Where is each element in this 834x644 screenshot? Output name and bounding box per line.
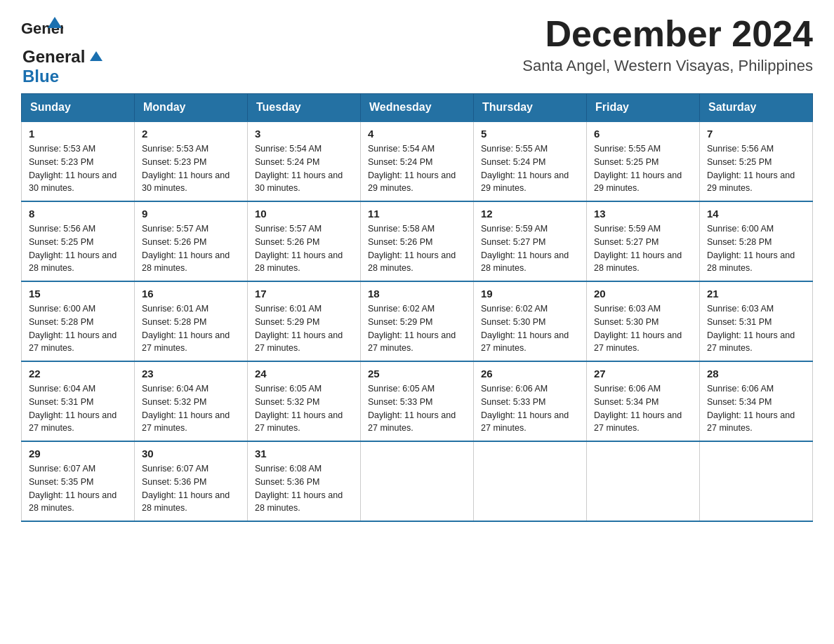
table-row <box>474 441 587 521</box>
calendar-week-5: 29Sunrise: 6:07 AMSunset: 5:35 PMDayligh… <box>22 441 813 521</box>
table-row: 12Sunrise: 5:59 AMSunset: 5:27 PMDayligh… <box>474 201 587 281</box>
table-row: 18Sunrise: 6:02 AMSunset: 5:29 PMDayligh… <box>361 281 474 361</box>
day-info: Sunrise: 5:53 AMSunset: 5:23 PMDaylight:… <box>29 142 127 195</box>
day-number: 19 <box>481 288 579 300</box>
header-thursday: Thursday <box>474 94 587 122</box>
table-row: 17Sunrise: 6:01 AMSunset: 5:29 PMDayligh… <box>248 281 361 361</box>
table-row: 27Sunrise: 6:06 AMSunset: 5:34 PMDayligh… <box>587 361 700 441</box>
calendar-week-1: 1Sunrise: 5:53 AMSunset: 5:23 PMDaylight… <box>22 121 813 201</box>
table-row: 11Sunrise: 5:58 AMSunset: 5:26 PMDayligh… <box>361 201 474 281</box>
table-row: 1Sunrise: 5:53 AMSunset: 5:23 PMDaylight… <box>22 121 135 201</box>
header-tuesday: Tuesday <box>248 94 361 122</box>
day-number: 1 <box>29 128 127 140</box>
day-info: Sunrise: 5:57 AMSunset: 5:26 PMDaylight:… <box>142 222 240 275</box>
day-number: 17 <box>255 288 353 300</box>
day-number: 9 <box>142 208 240 220</box>
day-number: 4 <box>368 128 466 140</box>
table-row: 2Sunrise: 5:53 AMSunset: 5:23 PMDaylight… <box>135 121 248 201</box>
day-number: 22 <box>29 368 127 380</box>
day-info: Sunrise: 5:53 AMSunset: 5:23 PMDaylight:… <box>142 142 240 195</box>
day-number: 3 <box>255 128 353 140</box>
table-row: 9Sunrise: 5:57 AMSunset: 5:26 PMDaylight… <box>135 201 248 281</box>
day-info: Sunrise: 6:07 AMSunset: 5:35 PMDaylight:… <box>29 462 127 515</box>
table-row <box>587 441 700 521</box>
day-number: 20 <box>594 288 692 300</box>
table-row: 23Sunrise: 6:04 AMSunset: 5:32 PMDayligh… <box>135 361 248 441</box>
table-row: 24Sunrise: 6:05 AMSunset: 5:32 PMDayligh… <box>248 361 361 441</box>
header-monday: Monday <box>135 94 248 122</box>
logo: General General Blue <box>21 14 102 86</box>
day-info: Sunrise: 6:03 AMSunset: 5:31 PMDaylight:… <box>707 302 805 355</box>
header-wednesday: Wednesday <box>361 94 474 122</box>
day-info: Sunrise: 5:54 AMSunset: 5:24 PMDaylight:… <box>255 142 353 195</box>
calendar-week-4: 22Sunrise: 6:04 AMSunset: 5:31 PMDayligh… <box>22 361 813 441</box>
header-friday: Friday <box>587 94 700 122</box>
day-info: Sunrise: 6:02 AMSunset: 5:30 PMDaylight:… <box>481 302 579 355</box>
table-row: 28Sunrise: 6:06 AMSunset: 5:34 PMDayligh… <box>700 361 813 441</box>
day-number: 11 <box>368 208 466 220</box>
day-number: 10 <box>255 208 353 220</box>
calendar-week-2: 8Sunrise: 5:56 AMSunset: 5:25 PMDaylight… <box>22 201 813 281</box>
table-row: 13Sunrise: 5:59 AMSunset: 5:27 PMDayligh… <box>587 201 700 281</box>
table-row <box>361 441 474 521</box>
table-row: 19Sunrise: 6:02 AMSunset: 5:30 PMDayligh… <box>474 281 587 361</box>
day-info: Sunrise: 6:07 AMSunset: 5:36 PMDaylight:… <box>142 462 240 515</box>
day-number: 16 <box>142 288 240 300</box>
day-info: Sunrise: 5:59 AMSunset: 5:27 PMDaylight:… <box>481 222 579 275</box>
day-number: 13 <box>594 208 692 220</box>
day-info: Sunrise: 5:58 AMSunset: 5:26 PMDaylight:… <box>368 222 466 275</box>
day-info: Sunrise: 6:03 AMSunset: 5:30 PMDaylight:… <box>594 302 692 355</box>
day-info: Sunrise: 5:56 AMSunset: 5:25 PMDaylight:… <box>707 142 805 195</box>
title-section: December 2024 Santa Angel, Western Visay… <box>522 14 813 75</box>
table-row: 22Sunrise: 6:04 AMSunset: 5:31 PMDayligh… <box>22 361 135 441</box>
table-row: 29Sunrise: 6:07 AMSunset: 5:35 PMDayligh… <box>22 441 135 521</box>
day-info: Sunrise: 6:05 AMSunset: 5:33 PMDaylight:… <box>368 382 466 435</box>
day-number: 26 <box>481 368 579 380</box>
calendar-header-row: Sunday Monday Tuesday Wednesday Thursday… <box>22 94 813 122</box>
day-info: Sunrise: 6:06 AMSunset: 5:34 PMDaylight:… <box>707 382 805 435</box>
day-number: 30 <box>142 448 240 459</box>
day-number: 23 <box>142 368 240 380</box>
day-info: Sunrise: 5:59 AMSunset: 5:27 PMDaylight:… <box>594 222 692 275</box>
day-number: 8 <box>29 208 127 220</box>
header-saturday: Saturday <box>700 94 813 122</box>
day-number: 12 <box>481 208 579 220</box>
day-info: Sunrise: 6:00 AMSunset: 5:28 PMDaylight:… <box>29 302 127 355</box>
table-row: 6Sunrise: 5:55 AMSunset: 5:25 PMDaylight… <box>587 121 700 201</box>
day-info: Sunrise: 6:06 AMSunset: 5:33 PMDaylight:… <box>481 382 579 435</box>
table-row: 10Sunrise: 5:57 AMSunset: 5:26 PMDayligh… <box>248 201 361 281</box>
page-header: General General Blue December 2024 Santa… <box>21 14 813 86</box>
day-number: 2 <box>142 128 240 140</box>
day-number: 24 <box>255 368 353 380</box>
location-subtitle: Santa Angel, Western Visayas, Philippine… <box>522 57 813 75</box>
day-info: Sunrise: 5:55 AMSunset: 5:25 PMDaylight:… <box>594 142 692 195</box>
calendar-table: Sunday Monday Tuesday Wednesday Thursday… <box>21 93 813 522</box>
day-number: 27 <box>594 368 692 380</box>
day-info: Sunrise: 6:05 AMSunset: 5:32 PMDaylight:… <box>255 382 353 435</box>
day-info: Sunrise: 6:01 AMSunset: 5:28 PMDaylight:… <box>142 302 240 355</box>
day-info: Sunrise: 5:55 AMSunset: 5:24 PMDaylight:… <box>481 142 579 195</box>
table-row: 14Sunrise: 6:00 AMSunset: 5:28 PMDayligh… <box>700 201 813 281</box>
day-number: 29 <box>29 448 127 459</box>
table-row: 31Sunrise: 6:08 AMSunset: 5:36 PMDayligh… <box>248 441 361 521</box>
day-info: Sunrise: 5:54 AMSunset: 5:24 PMDaylight:… <box>368 142 466 195</box>
day-number: 5 <box>481 128 579 140</box>
day-number: 21 <box>707 288 805 300</box>
logo-blue-text: Blue <box>22 67 59 86</box>
day-info: Sunrise: 6:08 AMSunset: 5:36 PMDaylight:… <box>255 462 353 515</box>
day-info: Sunrise: 6:00 AMSunset: 5:28 PMDaylight:… <box>707 222 805 275</box>
table-row: 16Sunrise: 6:01 AMSunset: 5:28 PMDayligh… <box>135 281 248 361</box>
day-number: 7 <box>707 128 805 140</box>
table-row: 3Sunrise: 5:54 AMSunset: 5:24 PMDaylight… <box>248 121 361 201</box>
day-number: 6 <box>594 128 692 140</box>
day-info: Sunrise: 6:06 AMSunset: 5:34 PMDaylight:… <box>594 382 692 435</box>
day-info: Sunrise: 6:01 AMSunset: 5:29 PMDaylight:… <box>255 302 353 355</box>
day-number: 14 <box>707 208 805 220</box>
table-row: 8Sunrise: 5:56 AMSunset: 5:25 PMDaylight… <box>22 201 135 281</box>
table-row: 26Sunrise: 6:06 AMSunset: 5:33 PMDayligh… <box>474 361 587 441</box>
day-number: 18 <box>368 288 466 300</box>
day-info: Sunrise: 6:02 AMSunset: 5:29 PMDaylight:… <box>368 302 466 355</box>
table-row: 4Sunrise: 5:54 AMSunset: 5:24 PMDaylight… <box>361 121 474 201</box>
day-number: 25 <box>368 368 466 380</box>
logo-general-text: General <box>22 47 85 66</box>
